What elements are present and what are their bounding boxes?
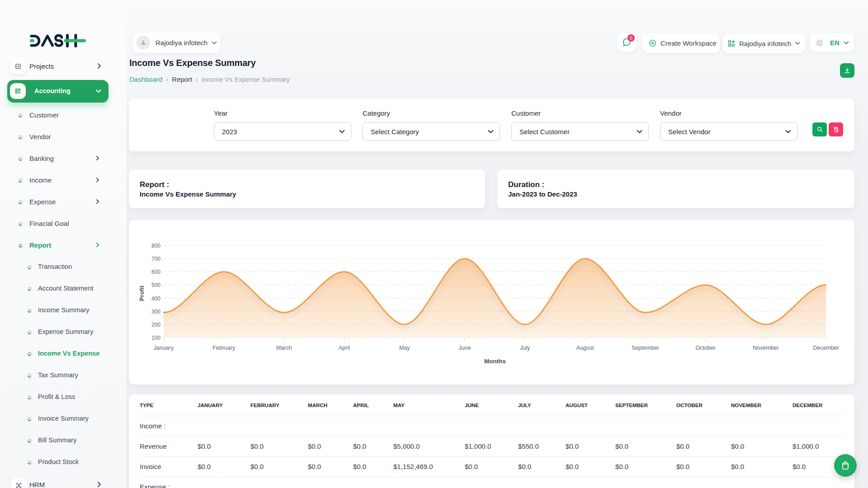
svg-text:December: December [813,345,839,351]
svg-text:June: June [458,345,471,351]
svg-text:800: 800 [151,243,160,249]
svg-text:Months: Months [484,358,506,365]
svg-text:500: 500 [151,282,160,288]
svg-text:700: 700 [151,256,160,262]
svg-text:August: August [576,345,594,351]
svg-text:February: February [212,345,236,351]
svg-text:March: March [276,345,292,351]
svg-text:300: 300 [151,309,160,315]
svg-text:200: 200 [151,322,160,328]
svg-text:January: January [154,345,174,351]
svg-text:May: May [399,345,410,351]
svg-text:September: September [632,345,659,351]
svg-text:400: 400 [151,296,160,302]
svg-text:October: October [695,345,715,351]
svg-text:100: 100 [151,335,160,341]
svg-text:600: 600 [151,269,160,275]
svg-text:April: April [339,345,350,351]
svg-text:July: July [520,345,530,351]
svg-text:Profit: Profit [138,285,145,301]
svg-text:November: November [753,345,779,351]
